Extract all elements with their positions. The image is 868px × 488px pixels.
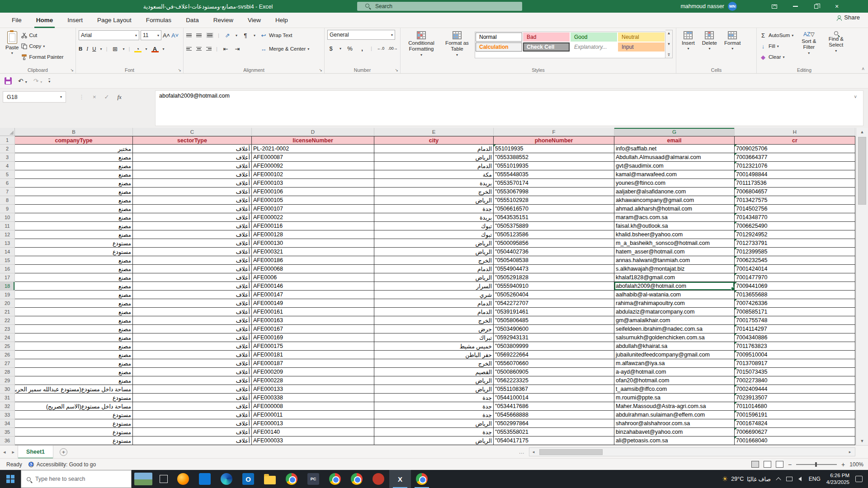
cell-H26[interactable]: 7009510004	[735, 351, 855, 359]
column-header-H[interactable]: H	[735, 128, 855, 136]
cell-E28[interactable]: القصيم	[374, 368, 494, 376]
cell-B9[interactable]: مصنع	[15, 205, 133, 213]
cell-C26[interactable]: أعلاف	[133, 351, 252, 359]
cell-E31[interactable]: جدة	[374, 394, 494, 402]
font-dialog-launcher[interactable]: ↘	[178, 68, 181, 72]
save-icon[interactable]	[5, 77, 12, 84]
cell-B7[interactable]: مصنع	[15, 188, 133, 196]
sheet-tab-sheet1[interactable]: Sheet1	[18, 446, 53, 459]
cell-C32[interactable]: أعلاف	[133, 402, 252, 411]
sheet-nav-left-icon[interactable]: ◂	[0, 449, 9, 455]
cell-F25[interactable]: "0503809999	[494, 342, 614, 351]
cell-H20[interactable]: 7007426336	[735, 299, 855, 308]
cell-H21[interactable]: 7008585171	[735, 308, 855, 316]
cell-C30[interactable]: أعلاف	[133, 385, 252, 394]
cell-D22[interactable]: AFE000163	[252, 316, 374, 325]
cell-D8[interactable]: AFE000105	[252, 196, 374, 205]
cell-F14[interactable]: "0504402736	[494, 248, 614, 256]
cell-G3[interactable]: Abdullah.Almusaad@almarai.com	[614, 153, 735, 162]
hidden-icons-chevron[interactable]	[776, 477, 781, 482]
number-dialog-launcher[interactable]: ↘	[395, 68, 398, 72]
percent-style-icon[interactable]: %	[346, 45, 354, 52]
cell-F34[interactable]: "0502997864	[494, 419, 614, 428]
title-search-box[interactable]: Search	[357, 2, 522, 11]
clock[interactable]: 6:26 PM 4/23/2025	[826, 472, 849, 486]
row-header-14[interactable]: 14	[0, 248, 15, 256]
conditional-formatting-button[interactable]: Conditional Formatting ▾	[403, 30, 439, 58]
cell-C35[interactable]: أعلاف	[133, 428, 252, 436]
cell-C10[interactable]: أعلاف	[133, 213, 252, 222]
taskbar-icon-edge[interactable]	[216, 470, 237, 488]
cell-B30[interactable]: مساحة داخل مستودع(مستودع عبدالله سمير ال…	[15, 385, 133, 394]
cell-G23[interactable]: seifeldeen.ibrahim@nadec.com.sa	[614, 325, 735, 333]
cell-D34[interactable]: AFE000013	[252, 419, 374, 428]
cell-G26[interactable]: jubailunitedfeedcompany@gmail.com	[614, 351, 735, 359]
column-header-E[interactable]: E	[374, 128, 494, 136]
cell-F24[interactable]: "0592943131	[494, 333, 614, 342]
undo-button[interactable]: ↶ ▾	[18, 77, 27, 84]
cell-D18[interactable]: AFE000146	[252, 282, 374, 291]
cell-H17[interactable]: 7001477970	[735, 273, 855, 282]
cell-C31[interactable]: أعلاف	[133, 394, 252, 402]
cell-C6[interactable]: أعلاف	[133, 179, 252, 188]
tab-insert[interactable]: Insert	[60, 13, 90, 28]
cell-H6[interactable]: 7011173536	[735, 179, 855, 188]
cell-F29[interactable]: "0562223325	[494, 376, 614, 385]
cell-E15[interactable]: الخرج	[374, 256, 494, 265]
cell-E9[interactable]: جدة	[374, 205, 494, 213]
cell-G19[interactable]: aalhabib@al-watania.com	[614, 291, 735, 299]
cell-B26[interactable]: مصنع	[15, 351, 133, 359]
cell-H18[interactable]: 7009441069	[735, 282, 855, 291]
cell-E6[interactable]: بريدة	[374, 179, 494, 188]
cell-G25[interactable]: abdullah@khairat.sa	[614, 342, 735, 351]
row-header-23[interactable]: 23	[0, 325, 15, 333]
customize-qat-icon[interactable]: ▾	[48, 79, 50, 84]
formula-input[interactable]: abofalah2009@hotmail.com ˅	[155, 90, 863, 126]
zoom-in-icon[interactable]: +	[841, 461, 845, 468]
taskbar-search-box[interactable]: Type here to search	[21, 470, 132, 488]
language-indicator[interactable]: ENG	[809, 476, 821, 482]
cell-C2[interactable]: أعلاف	[133, 145, 252, 153]
cell-H10[interactable]: 7014348770	[735, 213, 855, 222]
cell-D30[interactable]: AFE000133	[252, 385, 374, 394]
cell-F6[interactable]: "0553570174	[494, 179, 614, 188]
cell-G35[interactable]: binzahabavet@yahoo.com	[614, 428, 735, 436]
row-header-19[interactable]: 19	[0, 291, 15, 299]
cell-F30[interactable]: "0551108367	[494, 385, 614, 394]
column-header-C[interactable]: C	[133, 128, 252, 136]
cell-H2[interactable]: 7009025706	[735, 145, 855, 153]
cell-B21[interactable]: مصنع	[15, 308, 133, 316]
cell-E21[interactable]: الدمام	[374, 308, 494, 316]
cell-C21[interactable]: أعلاف	[133, 308, 252, 316]
cell-E14[interactable]: الرياض	[374, 248, 494, 256]
cell-F17[interactable]: "0505291828	[494, 273, 614, 282]
cell-E5[interactable]: مكة	[374, 170, 494, 179]
cut-button[interactable]: Cut	[21, 30, 63, 41]
cell-E18[interactable]: السرار	[374, 282, 494, 291]
merge-center-button[interactable]: ↔ Merge & Center ▾	[260, 43, 309, 54]
header-cell-cr[interactable]: cr	[735, 136, 855, 145]
enter-icon[interactable]: ✓	[104, 94, 109, 100]
tab-file[interactable]: File	[5, 13, 29, 28]
cell-F2[interactable]: 551019935	[494, 145, 614, 153]
scroll-right-icon[interactable]: ▸	[846, 450, 854, 454]
cell-C18[interactable]: أعلاف	[133, 282, 252, 291]
cell-E17[interactable]: الرياض	[374, 273, 494, 282]
cell-style-checkcell[interactable]: Check Cell	[523, 42, 570, 52]
sheet-nav-right-icon[interactable]: ▸	[9, 449, 18, 455]
cell-C28[interactable]: أعلاف	[133, 368, 252, 376]
cell-C33[interactable]: أعلاف	[133, 411, 252, 419]
tab-data[interactable]: Data	[179, 13, 206, 28]
cell-B16[interactable]: مصنع	[15, 265, 133, 273]
row-header-6[interactable]: 6	[0, 179, 15, 188]
tab-formulas[interactable]: Formulas	[139, 13, 179, 28]
tab-home[interactable]: Home	[29, 13, 61, 28]
cell-style-explanatory[interactable]: Explanatory...	[570, 42, 618, 52]
cell-E35[interactable]: جدة	[374, 428, 494, 436]
cell-E25[interactable]: خميس مشيط	[374, 342, 494, 351]
header-cell-companyType[interactable]: companyType	[15, 136, 133, 145]
action-center-icon[interactable]	[855, 476, 863, 482]
page-break-view-icon[interactable]	[776, 461, 783, 468]
cell-F22[interactable]: "0505806485	[494, 316, 614, 325]
decrease-decimal-icon[interactable]: .00→	[389, 45, 396, 52]
